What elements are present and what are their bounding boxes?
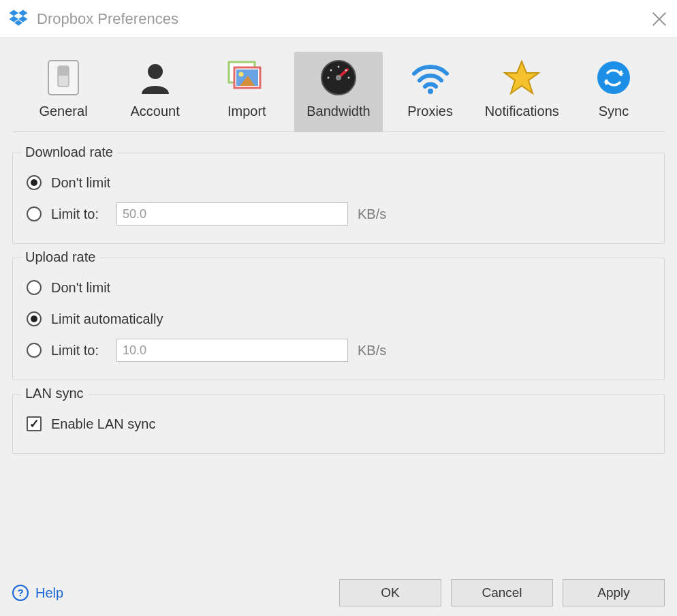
help-link[interactable]: ? Help <box>12 585 63 601</box>
tab-label: Bandwidth <box>306 104 370 119</box>
svg-point-20 <box>345 70 347 72</box>
svg-point-19 <box>337 66 339 68</box>
svg-point-22 <box>428 89 433 94</box>
tab-notifications[interactable]: Notifications <box>477 52 566 132</box>
upload-limit-auto-radio[interactable] <box>27 311 42 326</box>
svg-marker-23 <box>505 61 539 93</box>
download-unit-label: KB/s <box>358 206 386 222</box>
apply-label: Apply <box>597 585 630 600</box>
upload-limit-auto-label[interactable]: Limit automatically <box>51 311 163 327</box>
upload-unit-label: KB/s <box>358 343 386 358</box>
tab-proxies[interactable]: Proxies <box>386 52 475 132</box>
download-dont-limit-radio[interactable] <box>27 175 42 190</box>
download-rate-group: Download rate Don't limit Limit to: KB/s <box>12 153 665 244</box>
apply-button[interactable]: Apply <box>563 579 665 606</box>
download-dont-limit-label[interactable]: Don't limit <box>51 175 110 191</box>
tab-sync[interactable]: Sync <box>569 52 658 132</box>
tab-bar: General Account Import <box>12 38 665 132</box>
svg-point-17 <box>327 77 329 79</box>
upload-dont-limit-radio[interactable] <box>27 280 42 295</box>
tab-label: Sync <box>599 104 629 119</box>
download-limit-to-radio[interactable] <box>27 206 42 221</box>
sync-icon <box>595 59 633 97</box>
group-legend: LAN sync <box>21 386 88 401</box>
svg-marker-0 <box>10 10 19 16</box>
dropbox-logo-icon <box>8 9 29 29</box>
tab-label: Notifications <box>485 104 559 119</box>
group-legend: Upload rate <box>21 249 99 265</box>
tab-label: Proxies <box>407 104 453 119</box>
cancel-label: Cancel <box>482 585 522 600</box>
lan-sync-label[interactable]: Enable LAN sync <box>51 416 155 432</box>
svg-point-21 <box>347 77 349 79</box>
bandwidth-content: Download rate Don't limit Limit to: KB/s… <box>12 132 665 454</box>
tab-label: Account <box>131 104 180 119</box>
upload-limit-input[interactable] <box>116 339 348 362</box>
tab-label: General <box>39 104 87 119</box>
ok-button[interactable]: OK <box>339 579 441 606</box>
lan-sync-checkbox[interactable] <box>27 416 42 431</box>
upload-limit-to-label[interactable]: Limit to: <box>51 343 110 358</box>
svg-point-16 <box>336 75 341 80</box>
switch-icon <box>44 59 82 97</box>
upload-limit-to-radio[interactable] <box>27 343 42 358</box>
star-icon <box>503 59 541 97</box>
tab-import[interactable]: Import <box>202 52 291 132</box>
svg-rect-7 <box>58 66 69 76</box>
tab-account[interactable]: Account <box>111 52 200 132</box>
help-label: Help <box>35 585 63 601</box>
upload-rate-group: Upload rate Don't limit Limit automatica… <box>12 258 665 380</box>
tab-bandwidth[interactable]: Bandwidth <box>294 52 383 132</box>
window-title: Dropbox Preferences <box>37 10 178 28</box>
lan-sync-group: LAN sync Enable LAN sync <box>12 394 665 454</box>
gauge-icon <box>319 59 358 97</box>
main-panel: General Account Import <box>0 38 677 616</box>
svg-point-24 <box>597 61 630 94</box>
group-legend: Download rate <box>21 144 117 160</box>
bottom-bar: ? Help OK Cancel Apply <box>12 579 665 606</box>
download-limit-input[interactable] <box>116 202 348 226</box>
tab-general[interactable]: General <box>19 52 108 132</box>
photos-icon <box>227 59 266 97</box>
close-button[interactable] <box>650 10 669 29</box>
download-limit-to-label[interactable]: Limit to: <box>51 206 110 222</box>
svg-point-13 <box>239 72 244 77</box>
tab-label: Import <box>227 104 266 119</box>
svg-point-8 <box>148 64 163 79</box>
cancel-button[interactable]: Cancel <box>451 579 553 606</box>
svg-text:?: ? <box>17 587 23 598</box>
help-icon: ? <box>12 585 29 601</box>
upload-dont-limit-label[interactable]: Don't limit <box>51 280 110 296</box>
titlebar: Dropbox Preferences <box>0 0 677 38</box>
svg-point-18 <box>330 70 332 72</box>
wifi-icon <box>411 59 450 97</box>
svg-marker-1 <box>18 10 28 16</box>
person-icon <box>136 59 174 97</box>
ok-label: OK <box>381 585 399 600</box>
